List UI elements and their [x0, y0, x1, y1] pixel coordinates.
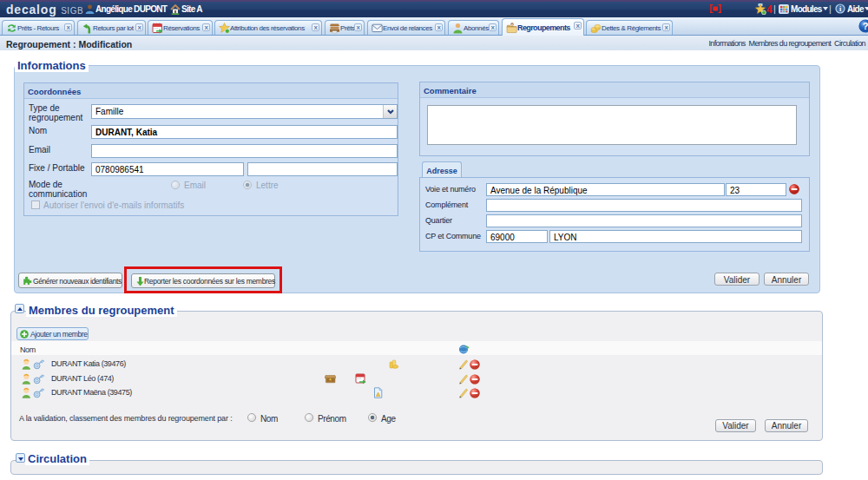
svg-text:?: ?	[863, 21, 868, 31]
